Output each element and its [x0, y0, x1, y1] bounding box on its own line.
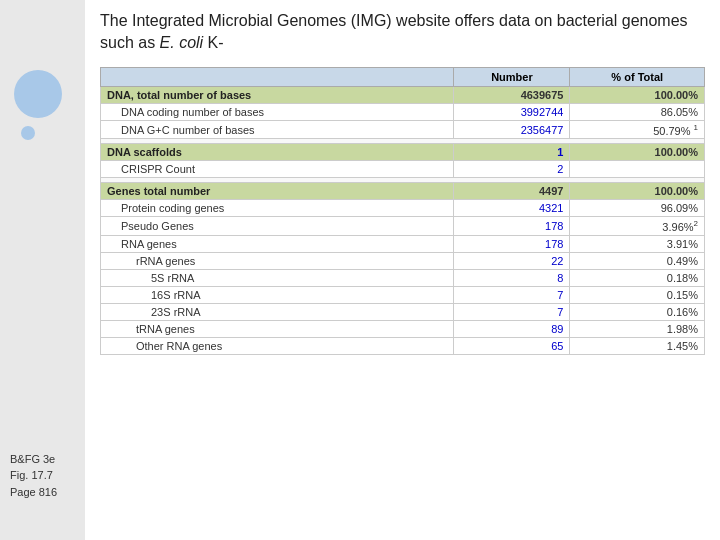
row-percent: 100.00% — [570, 183, 705, 200]
table-header-row: Number % of Total — [101, 67, 705, 86]
row-label: Other RNA genes — [101, 338, 454, 355]
row-percent: 0.16% — [570, 304, 705, 321]
row-label: DNA, total number of bases — [101, 86, 454, 103]
row-label: Genes total number — [101, 183, 454, 200]
row-label: CRISPR Count — [101, 161, 454, 178]
row-percent: 50.79% 1 — [570, 120, 705, 139]
row-number: 178 — [454, 236, 570, 253]
row-percent: 1.98% — [570, 321, 705, 338]
row-number: 7 — [454, 304, 570, 321]
col-header-percent: % of Total — [570, 67, 705, 86]
table-row: RNA genes 178 3.91% — [101, 236, 705, 253]
row-percent: 3.96%2 — [570, 217, 705, 236]
table-row: Protein coding genes 4321 96.09% — [101, 200, 705, 217]
page-title: The Integrated Microbial Genomes (IMG) w… — [100, 10, 705, 55]
row-percent: 3.91% — [570, 236, 705, 253]
row-percent — [570, 161, 705, 178]
page-container: B&FG 3e Fig. 17.7 Page 816 The Integrate… — [0, 0, 720, 540]
row-number: 2 — [454, 161, 570, 178]
table-row: Other RNA genes 65 1.45% — [101, 338, 705, 355]
table-row: Pseudo Genes 178 3.96%2 — [101, 217, 705, 236]
table-row: tRNA genes 89 1.98% — [101, 321, 705, 338]
table-row: Genes total number 4497 100.00% — [101, 183, 705, 200]
table-row: 23S rRNA 7 0.16% — [101, 304, 705, 321]
row-percent: 96.09% — [570, 200, 705, 217]
row-label: DNA G+C number of bases — [101, 120, 454, 139]
row-label: 16S rRNA — [101, 287, 454, 304]
decorative-circle-large — [14, 70, 62, 118]
bottom-line3: Page 816 — [10, 484, 57, 501]
table-row: DNA scaffolds 1 100.00% — [101, 144, 705, 161]
row-label: 5S rRNA — [101, 270, 454, 287]
table-row: DNA G+C number of bases 2356477 50.79% 1 — [101, 120, 705, 139]
row-label: DNA scaffolds — [101, 144, 454, 161]
row-label: RNA genes — [101, 236, 454, 253]
col-header-label — [101, 67, 454, 86]
row-number: 4321 — [454, 200, 570, 217]
decorative-circle-small — [21, 126, 35, 140]
row-label: DNA coding number of bases — [101, 103, 454, 120]
row-percent: 1.45% — [570, 338, 705, 355]
row-number: 1 — [454, 144, 570, 161]
row-number: 65 — [454, 338, 570, 355]
row-label: Protein coding genes — [101, 200, 454, 217]
row-label: 23S rRNA — [101, 304, 454, 321]
row-number: 89 — [454, 321, 570, 338]
table-row: DNA coding number of bases 3992744 86.05… — [101, 103, 705, 120]
row-label: rRNA genes — [101, 253, 454, 270]
main-content: The Integrated Microbial Genomes (IMG) w… — [85, 0, 720, 540]
row-number: 2356477 — [454, 120, 570, 139]
row-number: 7 — [454, 287, 570, 304]
row-percent: 0.18% — [570, 270, 705, 287]
row-number: 4497 — [454, 183, 570, 200]
table-row: CRISPR Count 2 — [101, 161, 705, 178]
table-row: 5S rRNA 8 0.18% — [101, 270, 705, 287]
row-percent: 86.05% — [570, 103, 705, 120]
table-row: 16S rRNA 7 0.15% — [101, 287, 705, 304]
col-header-number: Number — [454, 67, 570, 86]
row-number: 3992744 — [454, 103, 570, 120]
row-label: Pseudo Genes — [101, 217, 454, 236]
row-label: tRNA genes — [101, 321, 454, 338]
table-row: rRNA genes 22 0.49% — [101, 253, 705, 270]
row-percent: 100.00% — [570, 144, 705, 161]
genome-table: Number % of Total DNA, total number of b… — [100, 67, 705, 355]
row-percent: 0.49% — [570, 253, 705, 270]
row-number: 8 — [454, 270, 570, 287]
bottom-line2: Fig. 17.7 — [10, 467, 57, 484]
bottom-line1: B&FG 3e — [10, 451, 57, 468]
bottom-label: B&FG 3e Fig. 17.7 Page 816 — [10, 451, 57, 501]
table-row: DNA, total number of bases 4639675 100.0… — [101, 86, 705, 103]
row-number: 178 — [454, 217, 570, 236]
row-percent: 100.00% — [570, 86, 705, 103]
row-number: 22 — [454, 253, 570, 270]
row-percent: 0.15% — [570, 287, 705, 304]
row-number: 4639675 — [454, 86, 570, 103]
